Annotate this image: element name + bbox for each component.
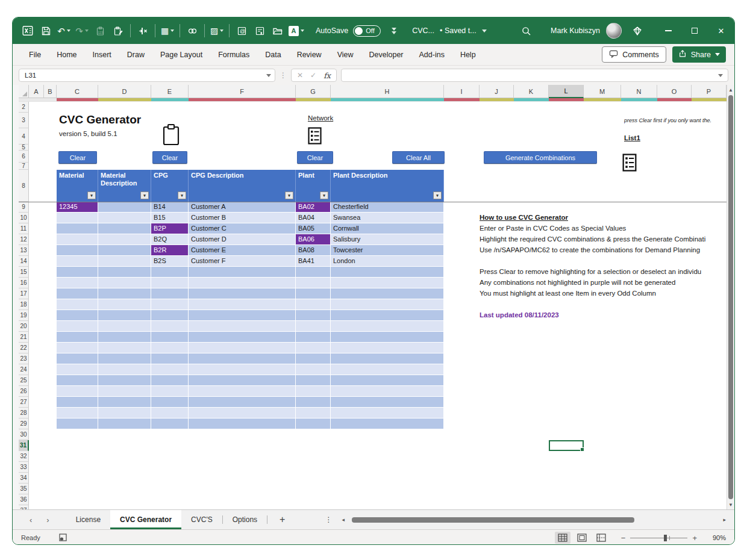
column-header-G[interactable]: G [296,85,331,98]
column-header-H[interactable]: H [331,85,444,98]
font-color-icon[interactable]: A [289,22,304,39]
search-icon[interactable] [519,22,533,39]
delete-column-icon[interactable] [136,22,150,39]
column-header-M[interactable]: M [584,85,621,98]
table-cell[interactable] [57,245,98,256]
page-layout-view-button[interactable] [574,532,590,544]
save-icon[interactable] [39,22,53,39]
table-cell[interactable] [331,364,444,375]
table-cell[interactable] [98,267,151,278]
table-cell[interactable] [98,321,151,332]
table-cell[interactable] [189,332,296,343]
zoom-level[interactable]: 90% [708,534,726,541]
column-header-N[interactable]: N [621,85,657,98]
enter-icon[interactable]: ✓ [310,71,316,79]
table-cell[interactable] [57,408,98,418]
chevron-down-icon[interactable] [715,53,720,56]
paste-format-icon[interactable] [111,22,125,39]
scroll-right-icon[interactable]: ▸ [723,517,726,523]
table-cell[interactable] [151,353,189,364]
sheet-tab-cvc-s[interactable]: CVC'S [181,510,222,529]
table-cell[interactable] [331,310,444,321]
table-header-material[interactable]: Material▾ [57,170,98,202]
table-cell[interactable] [98,288,151,299]
list1-link[interactable]: List1 [624,134,640,142]
table-cell[interactable]: Salisbury [331,234,444,245]
table-cell[interactable] [331,343,444,353]
column-header-J[interactable]: J [480,85,514,98]
table-cell[interactable] [98,299,151,310]
vertical-scrollbar[interactable]: ▲ ▼ [727,85,734,509]
table-cell[interactable] [296,332,331,343]
row-header-17[interactable]: 17 [19,288,29,299]
column-header-A[interactable]: A [29,85,44,98]
name-manager-icon[interactable]: @ [234,22,249,39]
link-icon[interactable] [185,22,199,39]
table-cell[interactable] [296,299,331,310]
row-header-5[interactable]: 5 [19,145,29,151]
open-folder-icon[interactable] [270,22,285,39]
table-cell[interactable] [296,321,331,332]
table-header-material-description[interactable]: Material Description▾ [98,170,151,202]
table-cell[interactable] [98,375,151,386]
row-header-29[interactable]: 29 [19,418,29,429]
normal-view-button[interactable] [555,532,570,544]
table-cell[interactable] [296,353,331,364]
table-cell[interactable]: B2R [151,245,189,256]
insert-function-icon[interactable]: fx [323,71,331,80]
row-header-34[interactable]: 34 [19,473,29,484]
chevron-down-icon[interactable] [482,30,487,33]
table-cell[interactable] [98,310,151,321]
row-header-22[interactable]: 22 [19,343,29,353]
row-header-18[interactable]: 18 [19,299,29,310]
table-cell[interactable] [151,364,189,375]
horizontal-scrollbar[interactable]: ◂ ▸ [332,510,734,529]
undo-icon[interactable]: ↶ [57,22,71,39]
table-cell[interactable] [98,278,151,288]
menu-tab-formulas[interactable]: Formulas [210,44,257,65]
clipboard-icon[interactable] [162,123,180,149]
row-header-30[interactable]: 30 [19,429,29,440]
user-name[interactable]: Mark Kubiszyn [551,26,600,35]
table-cell[interactable]: B15 [151,213,189,223]
network-list-icon[interactable] [308,127,322,147]
sheet-tab-options[interactable]: Options [223,510,267,529]
filter-button[interactable]: ▾ [320,191,328,199]
clear-plant-button[interactable]: Clear [297,151,333,164]
table-cell[interactable]: B14 [151,202,189,213]
table-cell[interactable] [331,278,444,288]
menu-tab-review[interactable]: Review [289,44,330,65]
network-link[interactable]: Network [308,114,333,122]
column-header-B[interactable]: B [44,85,57,98]
table-cell[interactable] [296,288,331,299]
formula-input-wrap[interactable] [341,69,728,82]
filter-button[interactable]: ▾ [87,191,96,199]
table-cell[interactable] [57,278,98,288]
column-header-L[interactable]: L [549,85,584,98]
table-cell[interactable] [57,288,98,299]
user-avatar[interactable] [606,23,622,39]
table-cell[interactable] [189,288,296,299]
sheet-tab-license[interactable]: License [66,510,110,529]
paste-values-icon[interactable]: 123 [93,22,107,39]
row-header-2[interactable]: 2 [19,102,29,113]
ribbon-options-icon[interactable] [392,28,396,34]
table-cell[interactable] [57,343,98,353]
scroll-down-icon[interactable]: ▼ [727,500,734,509]
zoom-out-button[interactable]: − [621,534,626,543]
table-cell[interactable]: BA41 [296,256,331,267]
table-cell[interactable]: BA04 [296,213,331,223]
row-header-25[interactable]: 25 [19,375,29,386]
table-cell[interactable] [151,408,189,418]
table-cell[interactable]: B2P [151,223,189,234]
column-header-D[interactable]: D [98,85,151,98]
table-cell[interactable] [57,332,98,343]
row-header-37[interactable]: 37 [19,505,29,509]
page-break-view-button[interactable] [593,532,609,544]
formula-bar-expand-icon[interactable] [718,74,723,77]
table-cell[interactable] [189,299,296,310]
row-header-21[interactable]: 21 [19,332,29,343]
table-header-plant[interactable]: Plant▾ [296,170,331,202]
table-cell[interactable] [189,397,296,408]
redo-icon[interactable]: ↷ [75,22,89,39]
